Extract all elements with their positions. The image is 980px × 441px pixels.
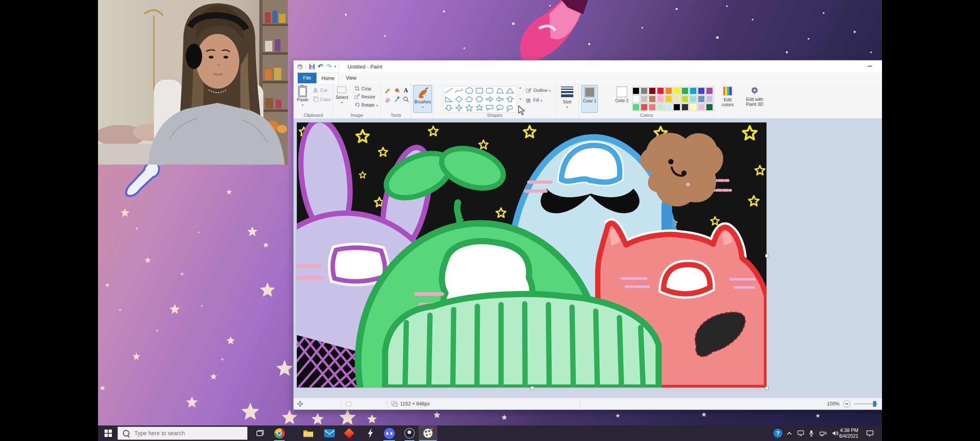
search-input[interactable] [134, 430, 233, 437]
outline-button[interactable]: Outline [526, 87, 551, 93]
palette-swatch[interactable] [689, 103, 697, 111]
palette-swatch[interactable] [681, 87, 689, 95]
palette-swatch[interactable] [689, 95, 697, 103]
save-icon[interactable] [309, 64, 315, 69]
palette-swatch[interactable] [665, 103, 673, 111]
palette-swatch[interactable] [697, 95, 705, 103]
start-button[interactable] [100, 425, 116, 441]
palette-swatch[interactable] [673, 95, 681, 103]
crop-button[interactable]: Crop [354, 86, 371, 91]
text-tool-icon[interactable]: A [402, 87, 409, 94]
shape-diamond-icon[interactable] [454, 95, 464, 103]
palette-swatch[interactable] [706, 103, 713, 111]
shape-arrow-right-icon[interactable] [485, 95, 494, 103]
shape-rounded-rectangle-icon[interactable] [485, 87, 494, 95]
edit-with-paint3d-button[interactable]: Edit with Paint 3D [743, 87, 766, 107]
shape-right-triangle-icon[interactable] [444, 95, 454, 103]
shape-callout-rectangle-icon[interactable] [485, 104, 494, 112]
taskbar-diamond-app[interactable] [341, 425, 357, 441]
shape-hexagon-icon[interactable] [474, 95, 484, 103]
resize-button[interactable]: Resize [354, 94, 375, 99]
palette-swatch[interactable] [648, 103, 656, 111]
shape-arrow-left-icon[interactable] [495, 95, 505, 103]
paste-button[interactable]: Paste [297, 86, 308, 107]
cut-button[interactable]: Cut [313, 87, 327, 93]
shape-rectangle-icon[interactable] [474, 87, 484, 95]
zoom-out-button[interactable] [843, 400, 851, 408]
shape-callout-oval-icon[interactable] [495, 104, 505, 112]
palette-swatch[interactable] [697, 87, 705, 95]
palette-swatch[interactable] [665, 87, 673, 95]
palette-swatch[interactable] [657, 95, 664, 103]
taskbar-paint[interactable] [419, 425, 437, 441]
copy-button[interactable]: Copy [313, 96, 331, 102]
palette-swatch[interactable] [632, 103, 640, 111]
taskbar-bolt-app[interactable] [362, 425, 379, 441]
palette-swatch[interactable] [706, 95, 713, 103]
canvas-resize-handle-right[interactable] [765, 254, 769, 258]
eraser-tool-icon[interactable] [384, 96, 391, 102]
size-button[interactable]: Size [561, 87, 573, 109]
canvas-resize-handle-corner[interactable] [765, 386, 769, 390]
palette-swatch[interactable] [689, 87, 697, 95]
palette-swatch[interactable] [673, 87, 681, 95]
qat-customize-icon[interactable]: ▾ [334, 65, 336, 69]
shape-line-icon[interactable] [444, 87, 454, 95]
tab-home[interactable]: Home [317, 73, 339, 83]
shape-star-4-icon[interactable] [454, 104, 464, 112]
taskbar-discord[interactable] [381, 425, 397, 441]
palette-swatch[interactable] [697, 103, 705, 111]
tray-help[interactable] [772, 425, 784, 441]
palette-swatch[interactable] [657, 87, 664, 95]
palette-swatch[interactable] [648, 87, 656, 95]
action-center-button[interactable] [863, 425, 877, 441]
magnifier-tool-icon[interactable] [402, 96, 409, 102]
shape-arrow-up-icon[interactable] [505, 95, 515, 103]
taskbar-chrome[interactable] [271, 425, 287, 441]
shape-pentagon-icon[interactable] [464, 95, 474, 103]
shape-arrow-down-icon[interactable] [444, 104, 454, 112]
brushes-button[interactable]: Brushes [413, 85, 432, 113]
color2-button[interactable]: Color 2 [614, 85, 630, 112]
select-button[interactable]: Select [336, 87, 348, 105]
palette-swatch[interactable] [640, 95, 648, 103]
palette-swatch[interactable] [665, 95, 673, 103]
palette-swatch[interactable] [657, 103, 664, 111]
tray-display[interactable] [795, 425, 806, 441]
palette-swatch[interactable] [681, 95, 689, 103]
redo-icon[interactable]: ↷ [326, 64, 331, 69]
shape-curve-icon[interactable] [454, 87, 464, 95]
taskbar-file-explorer[interactable] [300, 425, 316, 441]
minimize-button[interactable] [868, 66, 872, 67]
taskbar-obs[interactable] [401, 425, 418, 441]
zoom-slider[interactable] [854, 403, 878, 404]
tab-view[interactable]: View [341, 73, 361, 83]
rotate-button[interactable]: Rotate [354, 102, 378, 107]
palette-swatch[interactable] [632, 95, 640, 103]
palette-swatch[interactable] [673, 103, 681, 111]
taskbar-mail[interactable] [321, 425, 338, 441]
palette-swatch[interactable] [681, 103, 689, 111]
tray-microphone[interactable] [806, 425, 816, 441]
edit-colors-button[interactable]: Edit colors [719, 87, 737, 107]
shape-triangle-icon[interactable] [505, 87, 515, 95]
color1-button[interactable]: Color 1 [581, 85, 598, 113]
task-view-button[interactable] [252, 425, 268, 441]
undo-icon[interactable]: ↶ [318, 64, 323, 69]
shape-star-6-icon[interactable] [474, 104, 484, 112]
palette-swatch[interactable] [632, 87, 640, 95]
paint-canvas[interactable] [297, 122, 766, 388]
palette-swatch[interactable] [640, 87, 648, 95]
shape-callout-cloud-icon[interactable] [505, 104, 515, 112]
tray-network[interactable] [817, 425, 829, 441]
search-box[interactable] [118, 427, 247, 440]
palette-swatch[interactable] [648, 95, 656, 103]
fill-button[interactable]: Fill [526, 97, 542, 103]
shape-ellipse-icon[interactable] [464, 87, 474, 95]
fill-tool-icon[interactable] [393, 87, 400, 94]
palette-swatch[interactable] [640, 103, 648, 111]
tab-file[interactable]: File [298, 73, 316, 83]
shape-polygon-icon[interactable] [495, 87, 505, 95]
pencil-tool-icon[interactable] [384, 87, 391, 94]
color-picker-tool-icon[interactable] [393, 96, 400, 102]
